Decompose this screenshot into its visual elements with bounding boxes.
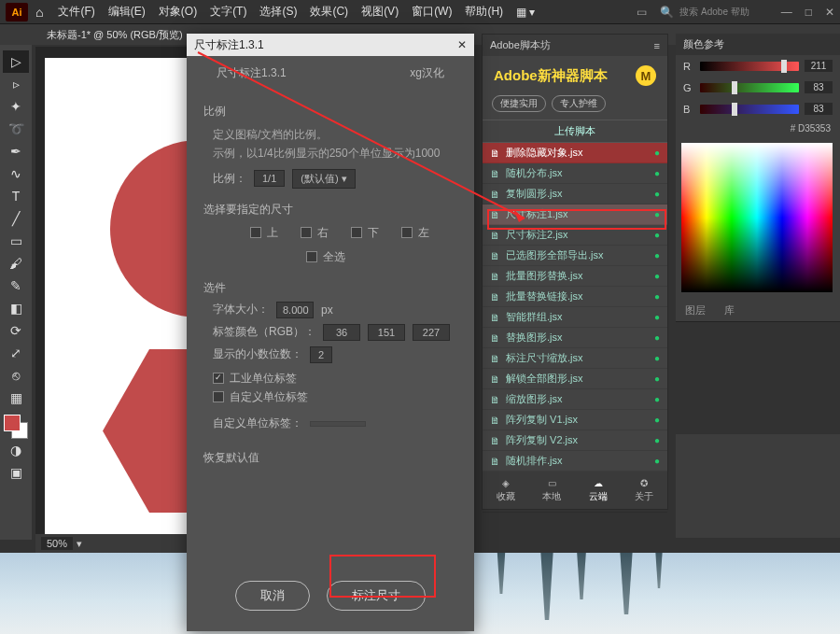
max-icon[interactable]: □ bbox=[805, 6, 812, 19]
chk-custom-unit[interactable]: 自定义单位标签 bbox=[213, 387, 457, 406]
script-item[interactable]: 🗎替换图形.jsx● bbox=[483, 328, 667, 348]
menu-view[interactable]: 视图(V) bbox=[361, 4, 399, 20]
script-item[interactable]: 🗎删除隐藏对象.jsx● bbox=[483, 143, 667, 163]
download-icon[interactable]: ● bbox=[654, 291, 660, 302]
libraries-tab[interactable]: 库 bbox=[724, 303, 735, 317]
download-icon[interactable]: ● bbox=[654, 209, 660, 219]
selection-tool[interactable]: ▷ bbox=[3, 50, 29, 73]
rotate-tool[interactable]: ⟳ bbox=[3, 319, 29, 342]
layers-tab[interactable]: 图层 bbox=[685, 303, 706, 317]
arrange-icon[interactable]: ▦ ▾ bbox=[516, 6, 535, 19]
b-value[interactable]: 83 bbox=[805, 103, 833, 115]
script-item[interactable]: 🗎已选图形全部导出.jsx● bbox=[483, 246, 667, 266]
script-item[interactable]: 🗎智能群组.jsx● bbox=[483, 307, 667, 328]
menu-object[interactable]: 对象(O) bbox=[159, 4, 197, 20]
shaper-tool[interactable]: ✎ bbox=[3, 275, 29, 297]
brush-tool[interactable]: 🖌 bbox=[3, 252, 29, 275]
ratio-select[interactable]: 1/1 bbox=[254, 170, 285, 187]
chk-top[interactable]: 上 bbox=[250, 223, 278, 242]
layers-body[interactable] bbox=[676, 322, 840, 434]
download-icon[interactable]: ● bbox=[654, 250, 660, 261]
g-value[interactable]: 83 bbox=[805, 81, 833, 93]
dialog-close-icon[interactable]: ✕ bbox=[457, 38, 467, 51]
chk-industrial-unit[interactable]: ✓工业单位标签 bbox=[213, 369, 457, 387]
font-size-input[interactable]: 8.000 bbox=[276, 302, 314, 318]
hex-value[interactable]: # D35353 bbox=[676, 120, 840, 137]
script-item[interactable]: 🗎解锁全部图形.jsx● bbox=[483, 369, 667, 389]
chk-right[interactable]: 右 bbox=[301, 223, 329, 242]
document-tab[interactable]: 未标题-1* @ 50% (RGB/预览) bbox=[37, 25, 192, 45]
cancel-button[interactable]: 取消 bbox=[235, 581, 310, 611]
script-item[interactable]: 🗎批量图形替换.jsx● bbox=[483, 266, 667, 287]
download-icon[interactable]: ● bbox=[654, 353, 660, 363]
screen-mode[interactable]: ▣ bbox=[3, 461, 29, 484]
script-item[interactable]: 🗎复制圆形.jsx● bbox=[483, 184, 667, 204]
download-icon[interactable]: ● bbox=[654, 394, 660, 404]
download-icon[interactable]: ● bbox=[654, 189, 660, 199]
tag-maintained[interactable]: 专人护维 bbox=[552, 95, 606, 112]
download-icon[interactable]: ● bbox=[654, 456, 660, 466]
line-tool[interactable]: ╱ bbox=[3, 207, 29, 230]
close-icon[interactable]: ✕ bbox=[825, 6, 834, 19]
color-b-input[interactable]: 227 bbox=[413, 324, 450, 341]
download-icon[interactable]: ● bbox=[654, 271, 660, 281]
scale-tool[interactable]: ⤢ bbox=[3, 342, 29, 364]
script-item[interactable]: 🗎标注尺寸缩放.jsx● bbox=[483, 348, 667, 369]
curvature-tool[interactable]: ∿ bbox=[3, 162, 29, 185]
min-icon[interactable]: — bbox=[781, 6, 792, 19]
chk-bottom[interactable]: 下 bbox=[351, 223, 379, 242]
menu-file[interactable]: 文件(F) bbox=[58, 4, 94, 20]
free-transform-tool[interactable]: ▦ bbox=[3, 387, 29, 409]
script-item[interactable]: 🗎尺寸标注1.jsx● bbox=[483, 204, 667, 225]
wand-tool[interactable]: ✦ bbox=[3, 95, 29, 118]
menu-select[interactable]: 选择(S) bbox=[259, 4, 297, 20]
chk-all[interactable]: 全选 bbox=[306, 247, 457, 266]
script-item[interactable]: 🗎批量替换链接.jsx● bbox=[483, 287, 667, 307]
ratio-default-select[interactable]: (默认值) ▾ bbox=[292, 169, 355, 189]
script-item[interactable]: 🗎缩放图形.jsx● bbox=[483, 389, 667, 410]
color-panel-tab[interactable]: 颜色参考 bbox=[676, 34, 840, 55]
color-g-input[interactable]: 151 bbox=[368, 324, 405, 341]
width-tool[interactable]: ⎋ bbox=[3, 364, 29, 387]
g-slider[interactable] bbox=[700, 83, 799, 92]
tag-practical[interactable]: 便捷实用 bbox=[492, 95, 546, 112]
download-icon[interactable]: ● bbox=[654, 435, 660, 445]
tab-cloud[interactable]: ☁云端 bbox=[589, 478, 608, 503]
menu-help[interactable]: 帮助(H) bbox=[465, 4, 503, 20]
home-icon[interactable]: ⌂ bbox=[35, 5, 43, 20]
tab-local[interactable]: ▭本地 bbox=[542, 478, 561, 503]
download-icon[interactable]: ● bbox=[654, 415, 660, 425]
menu-edit[interactable]: 编辑(E) bbox=[108, 4, 146, 20]
script-item[interactable]: 🗎阵列复制 V2.jsx● bbox=[483, 430, 667, 451]
b-slider[interactable] bbox=[700, 105, 799, 114]
rect-tool[interactable]: ▭ bbox=[3, 230, 29, 252]
color-spectrum[interactable] bbox=[681, 143, 833, 292]
menu-type[interactable]: 文字(T) bbox=[210, 4, 246, 20]
menu-window[interactable]: 窗口(W) bbox=[412, 4, 452, 20]
upload-script-button[interactable]: 上传脚本 bbox=[483, 120, 667, 143]
zoom-select[interactable]: 50% bbox=[41, 537, 73, 550]
draw-mode[interactable]: ◑ bbox=[3, 439, 29, 461]
custom-unit-input[interactable] bbox=[310, 421, 366, 427]
r-value[interactable]: 211 bbox=[805, 60, 833, 72]
script-item[interactable]: 🗎随机排作.jsx● bbox=[483, 451, 667, 472]
script-panel-tab[interactable]: Adobe脚本坊 bbox=[490, 38, 551, 52]
r-slider[interactable] bbox=[700, 62, 799, 71]
color-r-input[interactable]: 36 bbox=[323, 324, 360, 341]
workspace-icon[interactable]: ▭ bbox=[637, 6, 647, 19]
script-item[interactable]: 🗎阵列复制 V1.jsx● bbox=[483, 410, 667, 430]
zoom-dropdown-icon[interactable]: ▾ bbox=[77, 538, 82, 550]
direct-select-tool[interactable]: ▹ bbox=[3, 73, 29, 95]
search-box[interactable]: 🔍 搜索 Adobe 帮助 bbox=[660, 6, 749, 19]
tab-about[interactable]: ✪关于 bbox=[635, 478, 653, 503]
script-item[interactable]: 🗎尺寸标注2.jsx● bbox=[483, 225, 667, 246]
script-item[interactable]: 🗎随机分布.jsx● bbox=[483, 163, 667, 184]
download-icon[interactable]: ● bbox=[654, 230, 660, 240]
decimals-input[interactable]: 2 bbox=[310, 346, 332, 363]
tab-favorites[interactable]: ◈收藏 bbox=[497, 478, 515, 503]
menu-effect[interactable]: 效果(C) bbox=[310, 4, 348, 20]
download-icon[interactable]: ● bbox=[654, 312, 660, 322]
pen-tool[interactable]: ✒ bbox=[3, 140, 29, 162]
eraser-tool[interactable]: ◧ bbox=[3, 297, 29, 319]
apply-button[interactable]: 标注尺寸 bbox=[327, 581, 426, 611]
